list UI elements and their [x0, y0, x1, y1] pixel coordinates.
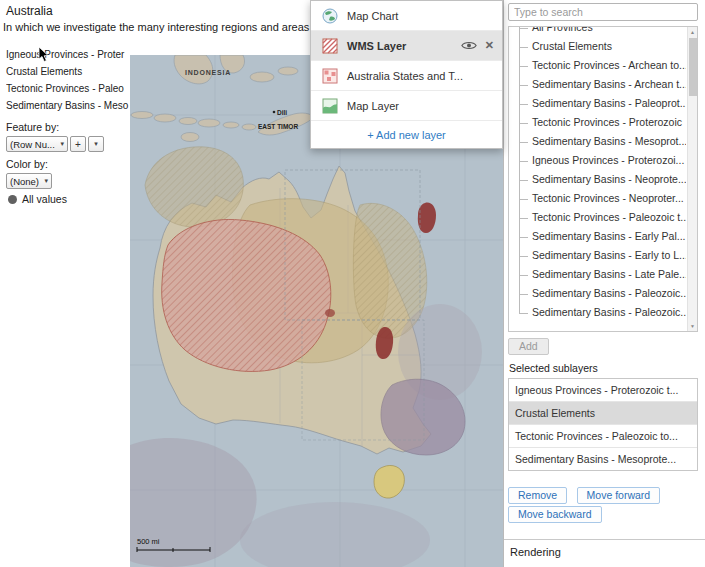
wms-legend: Igneous Provinces - Proter Crustal Eleme…	[6, 49, 130, 117]
chevron-down-icon: ▾	[94, 140, 98, 148]
globe-icon	[322, 8, 338, 24]
page-title: Australia	[6, 4, 53, 18]
selected-sublayers-list: Igneous Provinces - Proterozoic t... Cru…	[508, 378, 698, 471]
dili-marker	[273, 111, 276, 114]
indonesia-label: INDONESIA	[185, 69, 231, 76]
feature-layer-icon	[322, 68, 338, 84]
list-scrollbar[interactable]: ▲ ▼	[687, 27, 697, 331]
available-sublayer-item[interactable]: Sedimentary Basins - Early Pal...	[509, 227, 686, 246]
available-sublayer-item[interactable]: Crustal Elements	[509, 37, 686, 56]
feature-by-value: (Row Nu...	[10, 139, 55, 150]
available-sublayer-item[interactable]: Tectonic Provinces - Archean to...	[509, 56, 686, 75]
dark-red-region-small	[325, 309, 335, 317]
available-sublayer-item[interactable]: Sedimentary Basins - Neoprote...	[509, 170, 686, 189]
layer-item-wms-layer[interactable]: WMS Layer ✕	[311, 31, 502, 61]
move-backward-button[interactable]: Move backward	[508, 506, 602, 523]
scrollbar-thumb[interactable]	[689, 38, 697, 96]
scroll-up-icon[interactable]: ▲	[688, 27, 697, 37]
axis-options-button[interactable]: ▾	[88, 136, 104, 152]
visibility-eye-icon[interactable]	[461, 40, 477, 51]
feature-by-selector[interactable]: (Row Nu... ▾	[6, 136, 68, 152]
selected-sublayer-item[interactable]: Crustal Elements	[509, 402, 697, 425]
search-input[interactable]	[508, 3, 698, 21]
application-window: Australia In which we investigate the ma…	[0, 0, 705, 567]
color-by-block: Color by: (None) ▾	[6, 158, 52, 189]
available-sublayers-list: All Provinces Crustal Elements Tectonic …	[508, 26, 698, 332]
available-sublayer-item[interactable]: Tectonic Provinces - Proterozoic	[509, 113, 686, 132]
layer-item-map-layer[interactable]: Map Layer	[311, 91, 502, 121]
wms-settings-panel: All Provinces Crustal Elements Tectonic …	[503, 0, 705, 567]
add-new-layer-link[interactable]: + Add new layer	[311, 121, 502, 148]
layer-item-label: Australia States and T...	[347, 70, 463, 82]
available-sublayer-item[interactable]: Tectonic Provinces - Paleozoic t...	[509, 208, 686, 227]
layer-item-australia-states[interactable]: Australia States and T...	[311, 61, 502, 91]
rendering-section-header[interactable]: Rendering	[504, 539, 705, 567]
scroll-down-icon[interactable]: ▼	[688, 321, 697, 331]
legend-item-crustal[interactable]: Crustal Elements	[6, 66, 130, 77]
rendering-label: Rendering	[510, 546, 561, 558]
available-sublayer-item[interactable]: Sedimentary Basins - Paleozoic...	[509, 303, 686, 322]
map-layer-icon	[322, 98, 338, 114]
feature-by-label: Feature by:	[6, 121, 104, 133]
scale-label: 500 mi	[137, 537, 160, 546]
chevron-down-icon: ▾	[60, 140, 64, 148]
legend-item-igneous[interactable]: Igneous Provinces - Proter	[6, 49, 130, 60]
selected-sublayer-item[interactable]: Sedimentary Basins - Mesoprote...	[509, 448, 697, 470]
layer-item-label: WMS Layer	[347, 40, 406, 52]
east-timor-label: EAST TIMOR	[258, 123, 298, 130]
layer-item-map-chart[interactable]: Map Chart	[311, 1, 502, 31]
add-sublayer-button[interactable]: Add	[508, 338, 549, 355]
available-sublayer-item[interactable]: Sedimentary Basins - Early to L...	[509, 246, 686, 265]
color-legend-all-values[interactable]: All values	[8, 193, 67, 205]
remove-button[interactable]: Remove	[508, 487, 567, 504]
chevron-down-icon: ▾	[44, 177, 48, 185]
color-by-value: (None)	[10, 176, 39, 187]
move-forward-button[interactable]: Move forward	[577, 487, 661, 504]
add-column-button[interactable]: +	[70, 136, 86, 152]
legend-item-tectonic[interactable]: Tectonic Provinces - Paleo	[6, 83, 130, 94]
available-sublayer-item[interactable]: Sedimentary Basins - Paleoprot...	[509, 94, 686, 113]
legend-item-sedimentary[interactable]: Sedimentary Basins - Meso	[6, 100, 130, 111]
wms-layer-icon	[322, 38, 338, 54]
available-sublayer-item[interactable]: Igneous Provinces - Proterozoi...	[509, 151, 686, 170]
all-values-label: All values	[22, 193, 67, 205]
selected-sublayer-item[interactable]: Igneous Provinces - Proterozoic t...	[509, 379, 697, 402]
available-sublayer-item[interactable]: Sedimentary Basins - Late Pale...	[509, 265, 686, 284]
color-swatch	[8, 195, 17, 204]
feature-by-block: Feature by: (Row Nu... ▾ + ▾	[6, 121, 104, 152]
available-sublayer-item[interactable]: All Provinces	[509, 26, 686, 37]
selected-sublayer-item[interactable]: Tectonic Provinces - Paleozoic to...	[509, 425, 697, 448]
dili-label: Dili	[277, 109, 287, 116]
available-sublayer-item[interactable]: Sedimentary Basins - Archean t...	[509, 75, 686, 94]
color-by-label: Color by:	[6, 158, 52, 170]
layer-item-label: Map Layer	[347, 100, 399, 112]
layer-item-label: Map Chart	[347, 10, 398, 22]
tree-line	[519, 27, 520, 313]
mouse-cursor	[38, 46, 50, 63]
available-sublayer-item[interactable]: Tectonic Provinces - Neoproter...	[509, 189, 686, 208]
layers-popup: Map Chart WMS Layer ✕	[310, 0, 503, 149]
selected-sublayers-label: Selected sublayers	[509, 362, 598, 374]
available-sublayer-item[interactable]: Sedimentary Basins - Mesoprot...	[509, 132, 686, 151]
color-by-selector[interactable]: (None) ▾	[6, 173, 52, 189]
available-sublayer-item[interactable]: Sedimentary Basins - Paleozoic...	[509, 284, 686, 303]
close-icon[interactable]: ✕	[485, 40, 494, 51]
